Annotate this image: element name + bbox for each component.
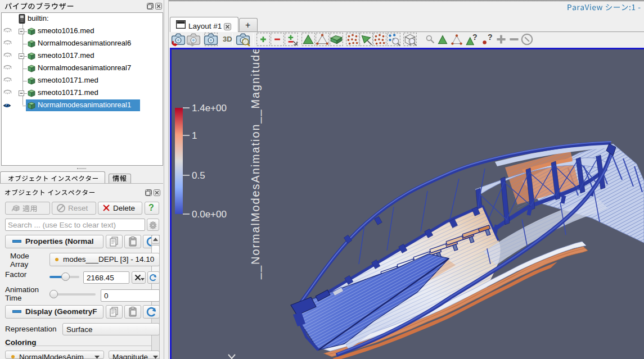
svg-text:1.4e+00: 1.4e+00 bbox=[192, 103, 227, 113]
svg-text:0.0e+00: 0.0e+00 bbox=[192, 209, 227, 220]
svg-text:1: 1 bbox=[192, 130, 197, 141]
svg-text:__NormalModesAnimation__Magnit: __NormalModesAnimation__Magnitude bbox=[249, 49, 262, 280]
svg-text:?: ? bbox=[472, 33, 478, 42]
svg-text:0.5: 0.5 bbox=[192, 170, 205, 181]
svg-text:?: ? bbox=[488, 33, 493, 42]
